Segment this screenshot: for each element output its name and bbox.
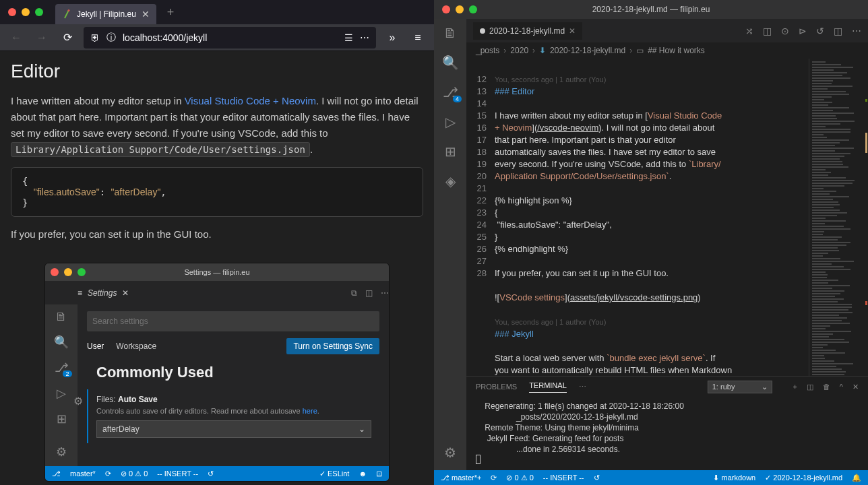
kill-terminal-icon[interactable]: 🗑 (823, 383, 830, 391)
user-tab: User (87, 342, 104, 351)
maximize-panel-icon[interactable]: ^ (840, 383, 843, 391)
settings-sync-button: Turn on Settings Sync (286, 338, 379, 354)
close-icon (51, 268, 59, 276)
link-vscode-neovim[interactable]: Visual Studio Code + Neovim (185, 95, 316, 106)
reload-button[interactable]: ⟳ (58, 28, 77, 47)
branch-status[interactable]: ⎇ master*+ (441, 474, 481, 482)
history-icon[interactable]: ↺ (816, 26, 824, 36)
explorer-icon[interactable]: 🗎 (442, 26, 458, 41)
window-controls[interactable] (8, 8, 43, 16)
debug-icon: ▷ (57, 386, 66, 401)
source-control-icon[interactable]: ⎇4 (442, 84, 458, 100)
editor-actions: ⤮ ◫ ⊙ ⊳ ↺ ◫ ⋯ (745, 26, 861, 36)
tab-close-icon[interactable]: ✕ (142, 9, 150, 20)
setting-gear-icon: ⚙ (73, 395, 83, 408)
nested-activity-bar: 🗎 🔍 ⎇2 ▷ ⊞ ⚙ (45, 304, 78, 466)
reader-mode-icon[interactable]: ☰ (344, 32, 353, 43)
new-tab-button[interactable]: + (167, 5, 175, 20)
vim-mode: -- INSERT -- (543, 474, 584, 482)
window-controls[interactable] (442, 5, 477, 13)
run-icon[interactable]: ⊳ (799, 26, 807, 36)
nested-tabbar: ≡ Settings ✕ ⧉ ◫ ⋯ (45, 281, 389, 304)
search-icon: 🔍 (54, 335, 69, 350)
bell-icon: ⊡ (376, 470, 382, 478)
gear-icon: ⚙ (56, 445, 67, 459)
forward-button[interactable]: → (32, 28, 51, 47)
breadcrumb[interactable]: _posts› 2020› ⬇2020-12-18-jekyll.md› ▭##… (466, 42, 868, 59)
panel-overflow-icon[interactable]: ⋯ (579, 383, 586, 391)
source-control-icon: ⎇2 (55, 360, 69, 375)
maximize-icon (78, 268, 86, 276)
debug-icon[interactable]: ▷ (442, 114, 458, 130)
firefox-window: Jekyll | Filipin.eu ✕ + ← → ⟳ ⛨ ⓘ localh… (0, 0, 434, 485)
new-terminal-icon[interactable]: + (793, 383, 797, 391)
minimize-window-icon[interactable] (22, 8, 30, 16)
split-icon[interactable]: ◫ (834, 26, 842, 36)
more-icon[interactable]: ⋯ (852, 26, 861, 36)
maximize-window-icon[interactable] (469, 5, 477, 13)
markdown-icon: ⬇ (539, 46, 546, 55)
url-text: localhost:4000/jekyll (123, 32, 207, 43)
minimap[interactable] (809, 59, 868, 376)
compare-icon[interactable]: ⤮ (745, 26, 753, 36)
jekyll-favicon (62, 9, 71, 19)
back-button[interactable]: ← (7, 28, 26, 47)
browser-toolbar: ← → ⟳ ⛨ ⓘ localhost:4000/jekyll ☰ ⋯ » ≡ (0, 24, 434, 51)
branch-icon: ⎇ (52, 470, 61, 478)
symbol-icon: ▭ (636, 46, 644, 55)
terminal-selector[interactable]: 1: ruby⌄ (708, 381, 773, 393)
gear-icon[interactable]: ⚙ (442, 445, 458, 461)
preview-icon[interactable]: ◫ (763, 26, 772, 36)
chevron-down-icon: ⌄ (762, 383, 768, 391)
docker-icon[interactable]: ◈ (442, 173, 458, 189)
extensions-icon: ⊞ (57, 412, 67, 426)
problems-status[interactable]: ⊘ 0 ⚠ 0 (506, 474, 533, 482)
modified-indicator-icon (480, 28, 485, 34)
close-window-icon[interactable] (8, 8, 16, 16)
terminal-tab[interactable]: TERMINAL (529, 381, 567, 393)
minimize-window-icon[interactable] (456, 5, 464, 13)
line-gutter: 1213141516171819202122232425262728 (466, 59, 495, 376)
editor-tab-label: 2020-12-18-jekyll.md (489, 26, 565, 36)
sync-status-icon[interactable]: ⟳ (491, 474, 497, 482)
search-icon[interactable]: 🔍 (442, 55, 458, 71)
close-window-icon[interactable] (442, 5, 450, 13)
terminal-output[interactable]: Regenerating: 1 file(s) changed at 2020-… (466, 397, 868, 470)
extensions-icon[interactable]: ⊞ (442, 143, 458, 160)
overflow-button[interactable]: » (383, 28, 402, 47)
problems-tab[interactable]: PROBLEMS (476, 383, 517, 391)
page-actions-icon[interactable]: ⋯ (360, 32, 369, 43)
article-heading: Editor (11, 61, 423, 82)
browser-tab[interactable]: Jekyll | Filipin.eu ✕ (55, 4, 156, 24)
git-icon[interactable]: ⊙ (781, 26, 789, 36)
bell-icon[interactable]: 🔔 (852, 474, 861, 482)
address-bar[interactable]: ⛨ ⓘ localhost:4000/jekyll ☰ ⋯ (84, 27, 376, 48)
text-editor[interactable]: 1213141516171819202122232425262728 You, … (466, 59, 868, 376)
history-status-icon[interactable]: ↺ (594, 474, 600, 482)
git-file-status[interactable]: ✓ 2020-12-18-jekyll.md (765, 474, 842, 482)
tab-close-icon[interactable]: ✕ (569, 26, 576, 36)
maximize-window-icon[interactable] (35, 8, 43, 16)
settings-icon: ≡ (78, 288, 82, 298)
code-block-json: { "files.autoSave": "afterDelay",} (11, 167, 423, 217)
chevron-down-icon: ⌄ (359, 424, 365, 434)
activity-bar: 🗎 🔍 ⎇4 ▷ ⊞ ◈ ⚙ (434, 19, 466, 470)
status-bar: ⎇ master*+ ⟳ ⊘ 0 ⚠ 0 -- INSERT -- ↺ ⬇ ma… (434, 470, 868, 485)
nested-status-bar: ⎇master* ⟳ ⊘ 0 ⚠ 0 -- INSERT -- ↺ ✓ ESLi… (45, 466, 389, 481)
vscode-title-text: 2020-12-18-jekyll.md — filipin.eu (592, 5, 710, 14)
split-editor-icon: ◫ (365, 288, 373, 298)
page-content: Editor I have written about my editor se… (0, 51, 434, 485)
nested-title-text: Settings — filipin.eu (184, 268, 249, 276)
nested-tab-close-icon: ✕ (122, 288, 129, 298)
close-panel-icon[interactable]: ✕ (852, 383, 859, 391)
menu-button[interactable]: ≡ (408, 28, 427, 47)
editor-tabbar: 2020-12-18-jekyll.md ✕ ⤮ ◫ ⊙ ⊳ ↺ ◫ ⋯ (466, 19, 868, 42)
autosave-select: afterDelay⌄ (96, 420, 371, 438)
code-area[interactable]: You, seconds ago | 1 author (You) ### Ed… (495, 59, 809, 376)
vscode-window: 2020-12-18-jekyll.md — filipin.eu 🗎 🔍 ⎇4… (434, 0, 868, 485)
editor-tab[interactable]: 2020-12-18-jekyll.md ✕ (473, 22, 582, 40)
language-mode[interactable]: ⬇ markdown (713, 474, 755, 482)
autosave-help-link: here (303, 407, 317, 415)
nested-tab-label: Settings (88, 288, 117, 298)
split-terminal-icon[interactable]: ◫ (807, 383, 813, 391)
